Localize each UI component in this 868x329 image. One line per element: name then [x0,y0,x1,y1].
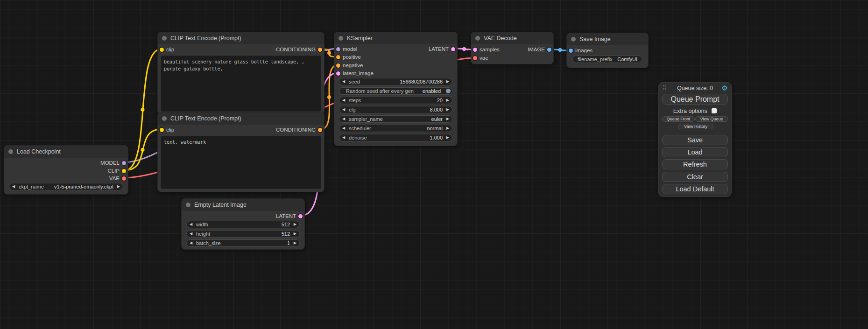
latent-output-port[interactable] [298,214,303,218]
random-seed-toggle-widget[interactable]: Random seed after every gen enabled [339,87,452,95]
settings-gear-icon[interactable]: ⚙ [722,84,728,92]
images-input-port[interactable] [569,49,573,53]
latent-output-port[interactable] [451,47,455,51]
widget-label: Random seed after every gen [346,88,414,94]
queue-menu-panel[interactable]: ⣿ Queue size: 0 ⚙ Queue Prompt Extra opt… [658,82,732,197]
extra-options-checkbox[interactable] [712,108,717,113]
decrement-arrow-icon[interactable]: ◀ [342,78,345,85]
widget-label: sampler_name [349,116,383,122]
load-button[interactable]: Load [662,147,728,157]
node-graph-canvas[interactable]: Load Checkpoint MODEL CLIP VAE ◀ ckpt_na… [0,0,868,329]
node-ksampler[interactable]: KSampler model positive negative latent_… [334,32,458,146]
widget-value: 156680208700286 [400,78,443,85]
widget-value: ComfyUI [617,56,637,63]
conditioning-output-port[interactable] [318,128,322,132]
seed-widget[interactable]: ◀ seed 156680208700286 ▶ [339,78,452,85]
slot-label: MODEL [100,160,120,166]
cfg-widget[interactable]: ◀ cfg 8.000 ▶ [339,106,452,113]
node-title-bar[interactable]: VAE Decode [471,32,553,44]
node-collapse-dot[interactable] [339,36,343,41]
increment-arrow-icon[interactable]: ▶ [117,183,120,190]
queue-prompt-button[interactable]: Queue Prompt [662,94,728,105]
node-title-bar[interactable]: CLIP Text Encode (Prompt) [158,32,324,44]
vae-input-port[interactable] [473,56,477,60]
node-title-bar[interactable]: Save Image [567,33,648,45]
node-collapse-dot[interactable] [162,36,167,41]
decrement-arrow-icon[interactable]: ◀ [342,116,345,122]
load-default-button[interactable]: Load Default [662,184,728,194]
model-output-port[interactable] [122,161,126,165]
queue-size-label: Queue size: 0 [659,85,731,91]
slot-label: latent_image [343,70,374,76]
increment-arrow-icon[interactable]: ▶ [446,106,449,113]
increment-arrow-icon[interactable]: ▶ [446,125,449,132]
node-collapse-dot[interactable] [571,37,576,42]
increment-arrow-icon[interactable]: ▶ [446,134,449,141]
node-empty-latent-image[interactable]: Empty Latent Image LATENT ◀ width 512 ▶ … [181,198,305,250]
height-widget[interactable]: ◀ height 512 ▶ [186,230,300,238]
negative-prompt-textarea[interactable]: text, watermark [161,136,321,189]
slot-label: vae [480,55,488,61]
widget-label: denoise [349,134,367,141]
node-collapse-dot[interactable] [475,36,480,41]
node-title: CLIP Text Encode (Prompt) [170,32,241,44]
denoise-widget[interactable]: ◀ denoise 1.000 ▶ [339,134,452,141]
ckpt-name-widget[interactable]: ◀ ckpt_name v1-5-pruned-emaonly.ckpt ▶ [9,183,123,190]
steps-widget[interactable]: ◀ steps 20 ▶ [339,97,452,104]
decrement-arrow-icon[interactable]: ◀ [342,106,345,113]
link-midpoint-dot [327,51,331,55]
node-title-bar[interactable]: Load Checkpoint [4,146,128,158]
decrement-arrow-icon[interactable]: ◀ [12,183,15,190]
decrement-arrow-icon[interactable]: ◀ [342,125,345,132]
widget-label: cfg [349,106,356,113]
widget-value: 8.000 [430,106,443,113]
queue-front-button[interactable]: Queue Front [662,116,695,122]
slot-label: VAE [109,175,120,181]
clip-output-port[interactable] [122,169,126,173]
negative-input-port[interactable] [336,63,340,68]
image-output-port[interactable] [547,48,551,52]
increment-arrow-icon[interactable]: ▶ [294,221,296,228]
save-button[interactable]: Save [662,135,728,145]
filename-prefix-widget[interactable]: filename_prefix ComfyUI [572,56,642,63]
decrement-arrow-icon[interactable]: ◀ [342,134,345,141]
scheduler-widget[interactable]: ◀ scheduler normal ▶ [339,125,452,132]
link-midpoint-dot [327,95,331,99]
increment-arrow-icon[interactable]: ▶ [446,116,449,122]
slot-label: images [575,48,593,53]
positive-input-port[interactable] [336,55,340,59]
positive-prompt-textarea[interactable]: beautiful scenery nature glass bottle la… [161,56,321,112]
node-clip-text-encode-negative[interactable]: CLIP Text Encode (Prompt) clip CONDITION… [157,112,325,192]
node-title-bar[interactable]: CLIP Text Encode (Prompt) [158,112,324,125]
node-title-bar[interactable]: KSampler [334,32,457,44]
decrement-arrow-icon[interactable]: ◀ [190,221,192,228]
input-slot-negative: negative [334,62,457,70]
node-title-bar[interactable]: Empty Latent Image [182,199,304,211]
sampler-name-widget[interactable]: ◀ sampler_name euler ▶ [339,115,452,123]
node-collapse-dot[interactable] [8,149,13,154]
node-vae-decode[interactable]: VAE Decode samples vae IMAGE [471,32,554,64]
decrement-arrow-icon[interactable]: ◀ [190,240,192,246]
node-collapse-dot[interactable] [186,203,191,207]
slot-label: LATENT [429,46,449,52]
toggle-knob[interactable] [446,89,451,93]
increment-arrow-icon[interactable]: ▶ [446,78,449,85]
decrement-arrow-icon[interactable]: ◀ [342,97,345,104]
decrement-arrow-icon[interactable]: ◀ [190,231,192,237]
node-save-image[interactable]: Save Image images filename_prefix ComfyU… [566,33,649,68]
node-clip-text-encode-positive[interactable]: CLIP Text Encode (Prompt) clip CONDITION… [157,32,325,115]
width-widget[interactable]: ◀ width 512 ▶ [186,221,300,228]
node-collapse-dot[interactable] [162,116,167,121]
batch-size-widget[interactable]: ◀ batch_size 1 ▶ [186,239,300,247]
increment-arrow-icon[interactable]: ▶ [446,97,449,104]
node-load-checkpoint[interactable]: Load Checkpoint MODEL CLIP VAE ◀ ckpt_na… [4,145,128,195]
increment-arrow-icon[interactable]: ▶ [294,240,296,246]
increment-arrow-icon[interactable]: ▶ [294,231,296,237]
view-queue-button[interactable]: View Queue [695,116,728,122]
clear-button[interactable]: Clear [662,172,728,182]
conditioning-output-port[interactable] [318,48,322,52]
view-history-button[interactable]: View History [678,124,713,129]
latent-image-input-port[interactable] [336,71,340,76]
vae-output-port[interactable] [122,176,126,181]
refresh-button[interactable]: Refresh [662,159,728,169]
